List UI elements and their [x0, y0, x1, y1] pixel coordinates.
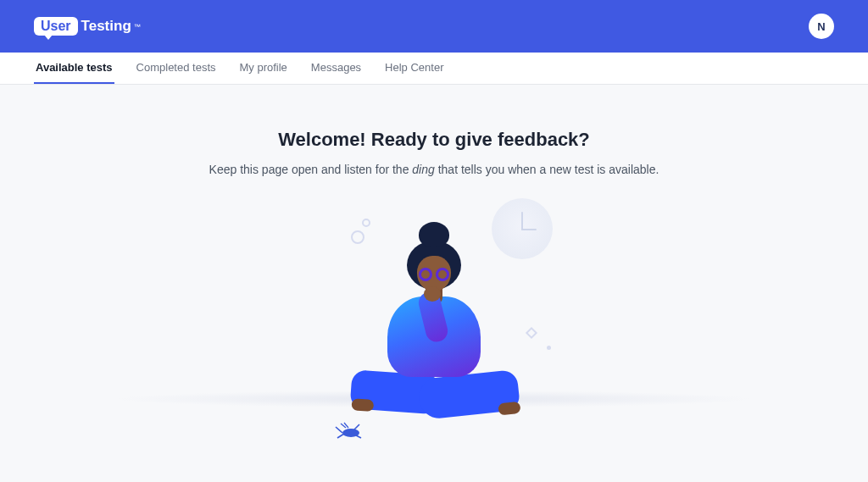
- person-bun: [419, 222, 449, 247]
- nav-my-profile[interactable]: My profile: [238, 53, 289, 84]
- person-foot-left: [351, 398, 374, 412]
- person-foot-right: [498, 402, 520, 416]
- brand-logo[interactable]: User Testing ™: [34, 17, 141, 36]
- brand-word: Testing: [81, 18, 131, 35]
- cricket-icon: [334, 422, 363, 439]
- welcome-title: Welcome! Ready to give feedback?: [0, 129, 868, 151]
- brand-badge: User: [34, 17, 78, 36]
- nav-help-center[interactable]: Help Center: [383, 53, 445, 84]
- waiting-illustration: [231, 193, 637, 464]
- main-content: Welcome! Ready to give feedback? Keep th…: [0, 85, 868, 464]
- nav-completed-tests[interactable]: Completed tests: [135, 53, 218, 84]
- person-sitting: [341, 222, 527, 417]
- welcome-subtitle: Keep this page open and listen for the d…: [0, 163, 868, 176]
- user-avatar[interactable]: N: [809, 14, 834, 39]
- primary-nav: Available tests Completed tests My profi…: [0, 53, 868, 85]
- glasses-icon: [419, 268, 449, 281]
- nav-messages[interactable]: Messages: [309, 53, 363, 84]
- brand-tm: ™: [134, 23, 141, 30]
- top-bar: User Testing ™ N: [0, 0, 868, 53]
- nav-available-tests[interactable]: Available tests: [34, 53, 114, 84]
- deco-dot: [547, 346, 551, 350]
- user-initial: N: [817, 20, 825, 33]
- deco-diamond: [526, 327, 537, 339]
- person-hand: [424, 286, 441, 302]
